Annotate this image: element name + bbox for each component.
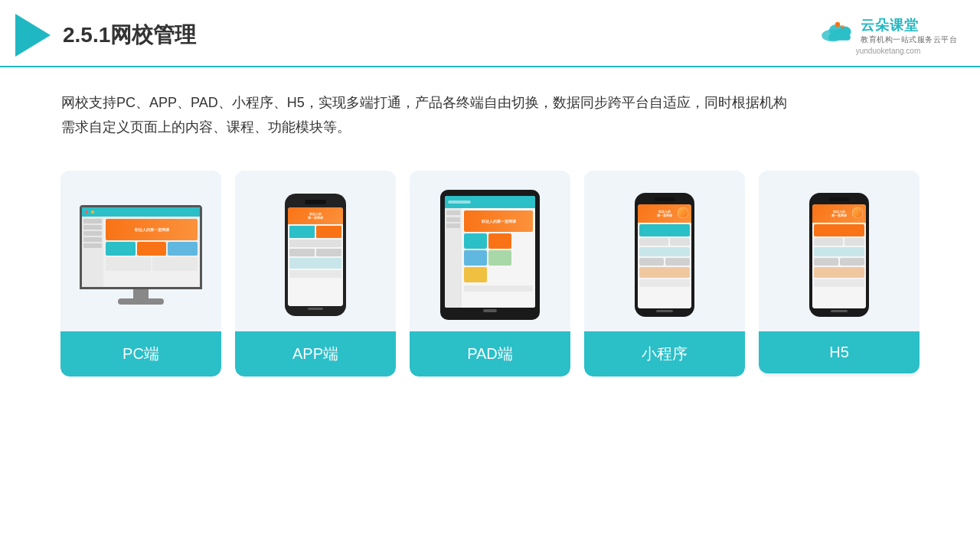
svg-rect-4 — [828, 34, 851, 40]
svg-point-5 — [835, 21, 840, 26]
brand-tagline: 教育机构一站式服务云平台 — [861, 34, 957, 45]
card-miniprogram-image: 职达人的第一堂网课 — [584, 171, 745, 331]
card-miniprogram-label: 小程序 — [584, 331, 745, 377]
header: 2.5.1网校管理 云朵课堂 教育机构一站式服务云平台 yunduoketang… — [0, 0, 980, 67]
card-app-label: APP端 — [235, 331, 396, 377]
card-pad-label: PAD端 — [410, 331, 570, 377]
brand-text: 云朵课堂 教育机构一站式服务云平台 — [861, 16, 957, 45]
tablet-mockup-pad: 职达人的第一堂网课 — [440, 190, 540, 320]
card-app: 职达人的第一堂网课 — [235, 171, 396, 377]
card-pc-image: 职达人的第一堂网课 — [60, 171, 221, 331]
brand-url: yunduoketang.com — [856, 47, 921, 55]
smartphone-mockup-miniprogram: 职达人的第一堂网课 — [635, 193, 694, 317]
cloud-icon — [819, 18, 856, 43]
card-h5: 职达人的第一堂网课 — [759, 171, 920, 377]
brand-logo: 云朵课堂 教育机构一站式服务云平台 — [819, 16, 957, 45]
brand-name: 云朵课堂 — [861, 16, 957, 34]
header-left: 2.5.1网校管理 — [15, 14, 196, 57]
card-app-image: 职达人的第一堂网课 — [235, 171, 396, 331]
card-pad: 职达人的第一堂网课 — [410, 171, 570, 377]
page-title: 2.5.1网校管理 — [63, 21, 196, 50]
card-pc: 职达人的第一堂网课 — [60, 171, 221, 377]
pc-monitor-icon: 职达人的第一堂网课 — [72, 205, 210, 305]
phone-mockup-app: 职达人的第一堂网课 — [285, 194, 346, 316]
card-miniprogram: 职达人的第一堂网课 — [584, 171, 745, 377]
card-pc-label: PC端 — [60, 331, 221, 377]
smartphone-mockup-h5: 职达人的第一堂网课 — [809, 193, 869, 317]
svg-point-6 — [841, 24, 844, 28]
card-h5-image: 职达人的第一堂网课 — [759, 171, 920, 331]
description-paragraph: 网校支持PC、APP、PAD、小程序、H5，实现多端打通，产品各终端自由切换，数… — [61, 90, 919, 140]
card-h5-label: H5 — [759, 331, 920, 373]
logo-triangle-icon — [15, 14, 51, 57]
card-pad-image: 职达人的第一堂网课 — [410, 171, 570, 331]
cards-section: 职达人的第一堂网课 — [0, 155, 980, 392]
description-text: 网校支持PC、APP、PAD、小程序、H5，实现多端打通，产品各终端自由切换，数… — [0, 67, 980, 155]
header-right: 云朵课堂 教育机构一站式服务云平台 yunduoketang.com — [819, 16, 957, 55]
